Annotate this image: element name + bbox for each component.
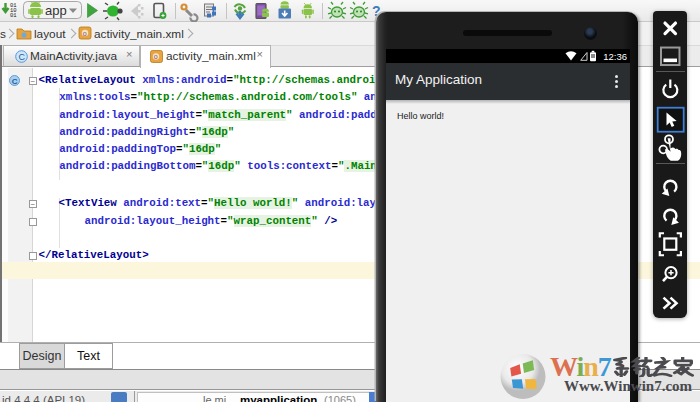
svg-text:C: C [19, 52, 26, 62]
svg-text:o: o [154, 53, 158, 60]
svg-text:o: o [83, 30, 87, 37]
svg-text:12:36: 12:36 [603, 51, 627, 62]
svg-text:01: 01 [10, 12, 17, 19]
svg-text:app: app [45, 3, 67, 18]
svg-text:C: C [12, 76, 18, 85]
